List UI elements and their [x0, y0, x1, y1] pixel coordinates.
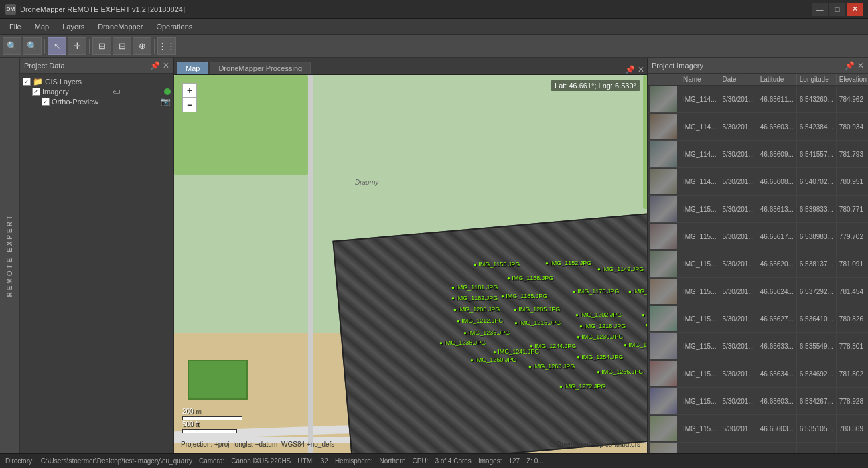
map-image-point-1221[interactable]: IMG_1221.JPG: [645, 321, 647, 328]
cell-lat-10: 46.65634...: [757, 360, 796, 388]
map-viewport[interactable]: Draorny Route d'Oulens Canal d'O... IMG_…: [174, 75, 647, 453]
tool-remove[interactable]: ⊟: [113, 37, 131, 55]
map-tab-pin[interactable]: 📌: [625, 65, 635, 74]
map-image-point-1235[interactable]: IMG_1235.JPG: [463, 329, 510, 336]
menu-map[interactable]: Map: [28, 21, 56, 32]
map-image-point-1202[interactable]: IMG_1202.JPG: [575, 311, 622, 318]
menu-layers[interactable]: Layers: [56, 21, 91, 32]
map-image-point-1185[interactable]: IMG_1185.JPG: [501, 293, 547, 299]
tab-dronemapper-processing[interactable]: DroneMapper Processing: [210, 62, 311, 74]
panel-pin-button[interactable]: 📌: [150, 61, 160, 70]
gis-layers-checkbox[interactable]: [23, 78, 31, 86]
table-row[interactable]: IMG_115... 5/30/201... 46.65620... 6.538…: [648, 250, 868, 278]
col-elev[interactable]: Elevation: [836, 74, 868, 86]
tree-item-ortho-preview[interactable]: Ortho-Preview 📷: [23, 96, 171, 107]
map-image-point-1241[interactable]: IMG_1241.JPG: [493, 348, 539, 355]
map-image-point-1181[interactable]: IMG_1181.JPG: [451, 284, 498, 291]
projection-info: Projection: +proj=longlat +datum=WGS84 +…: [181, 441, 334, 448]
map-image-point-1266[interactable]: IMG_1266.JPG: [597, 368, 643, 375]
table-row[interactable]: IMG_115... 5/30/201... 46.65603... 6.535…: [648, 415, 868, 443]
cell-lng-3: 6.540702...: [796, 168, 836, 196]
table-row[interactable]: IMG_114... 5/30/201... 46.65611... 6.543…: [648, 86, 868, 113]
tree-item-gis-layers[interactable]: 📁 GIS Layers: [23, 76, 171, 87]
col-thumb[interactable]: [648, 74, 680, 86]
cell-lat-6: 46.65620...: [757, 250, 796, 278]
status-bar: Directory: C:\Users\stoermer\Desktop\tes…: [0, 453, 868, 468]
cell-date-3: 5/30/201...: [719, 168, 757, 196]
map-image-point-1149[interactable]: IMG_1149.JPG: [597, 266, 644, 272]
cell-lng-10: 6.534692...: [796, 360, 836, 388]
table-row[interactable]: IMG_115... 5/30/201... 46.65617... 6.538…: [648, 223, 868, 250]
cell-thumb-5: [648, 223, 680, 250]
map-tab-close[interactable]: ✕: [638, 65, 644, 74]
imagery-status-dot: [164, 88, 171, 95]
imagery-data-table: Name Date Latitude Longitude Elevation I…: [648, 74, 868, 453]
map-image-point-1205[interactable]: IMG_1205.JPG: [514, 306, 560, 313]
map-image-point-1172[interactable]: IMG_1172.JPG: [628, 288, 647, 295]
table-row[interactable]: IMG_115... 5/30/201... 46.65634... 6.534…: [648, 360, 868, 388]
cell-thumb-12: [648, 415, 680, 443]
table-row[interactable]: IMG_114... 5/30/201... 46.65608... 6.540…: [648, 168, 868, 196]
map-image-point-1230[interactable]: IMG_1230.JPG: [577, 333, 623, 340]
table-row[interactable]: IMG_114... 5/30/201... 46.65603... 6.542…: [648, 113, 868, 141]
col-date[interactable]: Date: [719, 74, 757, 86]
table-row[interactable]: IMG_115... 5/30/201... 46.65603... 6.534…: [648, 388, 868, 415]
table-row[interactable]: IMG_115... 5/30/201... 46.65613... 6.539…: [648, 196, 868, 223]
close-button[interactable]: ✕: [847, 3, 863, 16]
col-lat[interactable]: Latitude: [757, 74, 796, 86]
map-image-point-1199[interactable]: IMG_1199.JPG: [642, 311, 647, 318]
zoom-in-button[interactable]: +: [182, 83, 197, 98]
thumbnail-0: [650, 86, 677, 112]
map-image-point-1182[interactable]: IMG_1182.JPG: [451, 295, 498, 301]
map-image-point-1208[interactable]: IMG_1208.JPG: [453, 306, 500, 313]
tab-map[interactable]: Map: [177, 62, 208, 74]
tool-crosshair[interactable]: ✛: [68, 37, 86, 55]
cell-name-7: IMG_115...: [680, 278, 719, 305]
tool-extra[interactable]: ⋮⋮: [157, 37, 176, 55]
imagery-checkbox[interactable]: [32, 88, 40, 96]
map-image-point-1158[interactable]: IMG_1158.JPG: [507, 275, 553, 281]
col-name[interactable]: Name: [680, 74, 719, 86]
tool-add[interactable]: ⊞: [92, 37, 111, 55]
map-image-point-1247[interactable]: IMG_1247.JPG: [624, 341, 647, 348]
imagery-table[interactable]: Name Date Latitude Longitude Elevation I…: [648, 74, 868, 453]
menu-bar: File Map Layers DroneMapper Operations: [0, 19, 868, 35]
map-image-point-1218[interactable]: IMG_1218.JPG: [579, 323, 626, 329]
zoom-out-button[interactable]: −: [182, 98, 197, 112]
col-lng[interactable]: Longitude: [796, 74, 836, 86]
ortho-preview-checkbox[interactable]: [42, 98, 50, 106]
thumb-image-7: [650, 279, 677, 304]
menu-file[interactable]: File: [3, 21, 28, 32]
cell-thumb-8: [648, 305, 680, 333]
map-image-point-1272[interactable]: IMG_1272.JPG: [559, 383, 605, 390]
map-image-point-1155[interactable]: IMG_1155.JPG: [474, 261, 520, 268]
maximize-button[interactable]: □: [829, 3, 845, 16]
map-image-point-1215[interactable]: IMG_1215.JPG: [514, 319, 561, 326]
thumbnail-7: [650, 279, 677, 304]
map-image-point-1212[interactable]: IMG_1212.JPG: [457, 317, 503, 324]
map-image-point-1238[interactable]: IMG_1238.JPG: [439, 339, 486, 346]
table-row[interactable]: IMG_115... 5/30/201... 46.65627... 6.536…: [648, 305, 868, 333]
menu-dronemapper[interactable]: DroneMapper: [91, 21, 149, 32]
map-image-point-1175[interactable]: IMG_1175.JPG: [573, 288, 619, 295]
table-row[interactable]: IMG_115... 5/30/201... 46.65624... 6.537…: [648, 278, 868, 305]
tool-select[interactable]: ↖: [48, 37, 66, 55]
table-row[interactable]: IMG_115... 5/30/201... 46.65633... 6.535…: [648, 333, 868, 360]
map-image-point-1263[interactable]: IMG_1263.JPG: [528, 363, 575, 370]
imagery-panel-pin[interactable]: 📌: [845, 61, 855, 70]
table-row[interactable]: IMG_114... 5/30/201... 46.65609... 6.541…: [648, 141, 868, 168]
map-label-draorny: Draorny: [355, 179, 379, 186]
map-area: Map DroneMapper Processing 📌 ✕: [174, 58, 647, 453]
table-row[interactable]: IMG_115... 5/30/201... 46.65598... 6.535…: [648, 443, 868, 454]
map-image-point-1260[interactable]: IMG_1260.JPG: [470, 356, 516, 363]
map-image-point-1254[interactable]: IMG_1254.JPG: [577, 354, 623, 360]
map-image-point-1152[interactable]: IMG_1152.JPG: [545, 260, 591, 266]
minimize-button[interactable]: —: [812, 3, 828, 16]
tool-zoom-out[interactable]: 🔍: [23, 37, 42, 55]
tool-zoom-in[interactable]: 🔍: [3, 37, 21, 55]
menu-operations[interactable]: Operations: [149, 21, 199, 32]
tool-info[interactable]: ⊕: [133, 37, 151, 55]
panel-close-button[interactable]: ✕: [163, 61, 169, 70]
imagery-panel-close[interactable]: ✕: [857, 61, 864, 70]
tree-item-imagery[interactable]: Imagery 🏷: [23, 87, 171, 96]
